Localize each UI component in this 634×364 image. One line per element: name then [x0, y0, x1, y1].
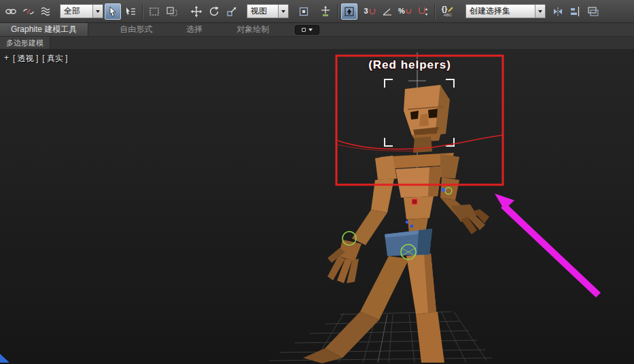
- ribbon-state-icon: [302, 28, 306, 32]
- select-and-manipulate-button[interactable]: [317, 3, 334, 20]
- neck: [413, 136, 432, 153]
- unlink-icon: [22, 5, 35, 18]
- nose: [419, 113, 429, 126]
- viewport-menu-pov[interactable]: [ 透视 ]: [13, 53, 38, 65]
- pivot-center-icon: [298, 5, 310, 18]
- selection-filter-value: 全部: [60, 5, 92, 18]
- pencil-icon: [448, 6, 454, 12]
- select-and-rotate-button[interactable]: [206, 3, 222, 20]
- layer-manager-button[interactable]: [585, 3, 601, 20]
- bracket-bottom-left: [385, 138, 393, 146]
- toolbar-separator: [337, 4, 338, 19]
- select-and-move-button[interactable]: [188, 3, 205, 20]
- select-and-scale-button[interactable]: [224, 3, 240, 20]
- rectangular-selection-region-button[interactable]: [146, 3, 162, 20]
- selection-filter-dropdown[interactable]: 全部: [60, 4, 103, 18]
- named-selection-set-value: 创建选择集: [466, 5, 535, 18]
- angle-snap-button[interactable]: [379, 3, 395, 20]
- bind-to-spacewarp-button[interactable]: [38, 3, 54, 20]
- toolbar-separator: [142, 4, 143, 19]
- select-by-name-icon: [124, 5, 137, 18]
- right-shoulder-pad: [440, 154, 459, 179]
- perspective-viewport[interactable]: + [ 透视 ] [ 真实 ]: [0, 50, 634, 364]
- snap-3d-label: 3: [364, 7, 368, 15]
- right-arm[interactable]: [440, 177, 489, 234]
- arrow-shaft: [501, 203, 601, 297]
- selection-filter-arrow-button[interactable]: [92, 5, 103, 18]
- chevron-down-icon: [309, 29, 313, 31]
- callout-arrow: [495, 194, 601, 297]
- named-selection-set-arrow-button[interactable]: [535, 5, 545, 18]
- left-eye: [410, 111, 419, 120]
- edit-named-selection-sets-button[interactable]: {} ABC: [438, 3, 457, 20]
- magnet-icon: [369, 8, 376, 15]
- main-toolbar: 全部: [0, 0, 634, 23]
- blue-dot-helper: [410, 225, 413, 228]
- spinner-snap-button[interactable]: [415, 3, 431, 20]
- ribbon-panel-strip: 多边形建模: [0, 37, 634, 50]
- tab-object-paint[interactable]: 对象绘制: [234, 24, 272, 35]
- percent-snap-button[interactable]: %: [397, 3, 413, 20]
- chevron-down-icon: [96, 10, 100, 13]
- select-and-link-button[interactable]: [3, 3, 19, 20]
- forward-shin: [416, 312, 444, 363]
- select-arrow-icon: [107, 5, 119, 18]
- window-crossing-icon: [166, 5, 178, 18]
- red-box-helper[interactable]: [412, 199, 417, 204]
- spinner-snap-icon: [417, 5, 429, 18]
- reference-coordinate-arrow-button[interactable]: [278, 5, 288, 18]
- tab-selection[interactable]: 选择: [183, 24, 205, 35]
- viewport-label: + [ 透视 ] [ 真实 ]: [4, 53, 68, 65]
- snaps-toggle-button[interactable]: 3: [362, 3, 378, 20]
- chest-shadow: [428, 166, 442, 196]
- forward-leg[interactable]: [406, 253, 444, 363]
- reference-coordinate-dropdown[interactable]: 视图: [247, 4, 289, 18]
- angle-snap-icon: [381, 5, 393, 18]
- back-thigh: [360, 256, 409, 320]
- named-selection-set-dropdown[interactable]: 创建选择集: [465, 4, 546, 18]
- align-button[interactable]: [567, 3, 584, 20]
- blue-dot-helper: [442, 188, 445, 192]
- move-icon: [190, 5, 202, 18]
- ground-grid: [269, 312, 492, 363]
- tab-freeform[interactable]: 自由形式: [117, 24, 155, 35]
- viewport-scene[interactable]: (Red helpers): [0, 50, 634, 364]
- abdomen-upper: [404, 196, 434, 219]
- viewport-menu-general[interactable]: +: [4, 53, 9, 65]
- panel-tab-polygon-modeling[interactable]: 多边形建模: [0, 37, 50, 49]
- bracket-top-right: [446, 79, 454, 88]
- ribbon-minimize-dropdown[interactable]: [295, 25, 319, 35]
- bracket-top-left: [385, 79, 393, 88]
- mirror-button[interactable]: [550, 3, 566, 20]
- head[interactable]: [404, 85, 450, 153]
- select-object-button[interactable]: [105, 3, 121, 20]
- character-model[interactable]: [303, 85, 489, 363]
- pelvis-band-shadow: [417, 229, 432, 255]
- tab-graphite-modeling[interactable]: Graphite 建模工具: [0, 23, 88, 36]
- scale-icon: [226, 5, 238, 18]
- mirror-icon: [552, 5, 564, 18]
- manipulate-icon: [319, 5, 332, 18]
- abc-label: ABC: [444, 13, 452, 17]
- annotation-text: (Red helpers): [368, 58, 451, 71]
- braces-label: {}: [442, 5, 448, 13]
- select-by-name-button[interactable]: [122, 3, 139, 20]
- blue-dot-helper: [406, 221, 408, 223]
- align-icon: [569, 5, 582, 18]
- window-crossing-toggle-button[interactable]: [164, 3, 180, 20]
- layers-icon: [587, 5, 599, 18]
- reference-coordinate-value: 视图: [247, 5, 278, 18]
- percent-snap-label: %: [398, 7, 405, 15]
- chevron-down-icon: [538, 10, 542, 13]
- use-pivot-center-button[interactable]: [296, 3, 312, 20]
- rotate-icon: [208, 5, 220, 18]
- viewport-menu-shading[interactable]: [ 真实 ]: [42, 53, 67, 65]
- keyboard-override-icon: [343, 5, 355, 18]
- keyboard-shortcut-override-button[interactable]: [341, 3, 357, 20]
- left-forearm: [352, 210, 387, 245]
- unlink-selection-button[interactable]: [20, 3, 37, 20]
- link-icon: [5, 5, 17, 18]
- toolbar-separator: [434, 4, 435, 19]
- spacewarp-icon: [40, 5, 52, 18]
- right-eye: [428, 109, 438, 118]
